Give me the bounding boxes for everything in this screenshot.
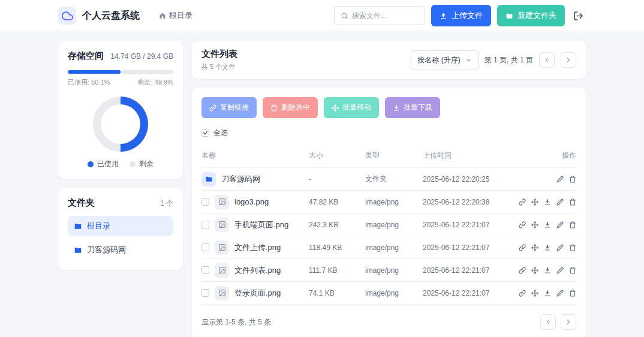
folder-label: 刀客源码网 [87,245,126,255]
new-folder-button[interactable]: 新建文件夹 [497,5,565,26]
edit-icon[interactable] [556,198,564,206]
range-info: 显示第 1-5 条, 共 5 条 [201,317,271,327]
upload-icon [440,12,447,20]
cloud-icon [62,10,73,22]
file-name[interactable]: 手机端页面.png [234,219,288,230]
edit-icon[interactable] [556,244,564,251]
row-checkbox[interactable] [201,289,209,297]
storage-used-label: 已使用: 50.1% [68,78,110,87]
storage-donut [93,97,148,152]
copy-link-icon[interactable] [519,244,526,251]
image-file-icon [215,286,229,300]
image-file-icon [215,240,229,255]
row-checkbox[interactable] [201,243,209,251]
file-list-card: 复制链接 删除选中 批量移动 批量下载 [192,88,586,337]
table-row[interactable]: logo3.png 47.82 KB image/png 2025-06-12 … [201,191,576,213]
sort-select[interactable]: 按名称 (升序) [411,50,478,70]
move-icon[interactable] [531,244,538,251]
app-title: 个人云盘系统 [82,10,140,22]
legend-used-dot [88,161,94,167]
move-icon [332,104,339,112]
logout-button[interactable] [571,8,586,23]
download-icon[interactable] [544,290,551,297]
legend-free-label: 剩余 [139,159,154,169]
main-content: 文件列表 共 5 个文件 按名称 (升序) 第 1 页, 共 1 页 [192,41,586,337]
file-name[interactable]: logo3.png [234,197,269,206]
edit-icon[interactable] [556,221,564,228]
folders-card: 文件夹 1 个 根目录 刀客源码网 [58,188,183,270]
move-icon[interactable] [531,221,538,228]
move-icon[interactable] [531,290,538,297]
move-icon[interactable] [531,267,538,274]
footer-next-page-button[interactable] [561,314,576,330]
storage-legend: 已使用 剩余 [68,159,173,169]
link-icon [209,104,216,112]
next-page-button[interactable] [561,52,576,68]
col-header-time: 上传时间 [423,151,525,161]
download-icon[interactable] [544,244,551,251]
delete-selected-button[interactable]: 删除选中 [263,97,318,118]
sidebar-folder-root[interactable]: 根目录 [68,216,173,236]
delete-icon[interactable] [569,198,576,206]
table-row[interactable]: 手机端页面.png 242.3 KB image/png 2025-06-12 … [201,213,576,236]
chevron-down-icon [465,57,472,64]
folder-icon [201,172,216,186]
delete-icon[interactable] [569,221,576,228]
upload-file-button[interactable]: 上传文件 [431,5,491,26]
edit-icon[interactable] [556,290,564,297]
logout-icon [573,11,583,21]
move-icon[interactable] [531,198,538,206]
search-box [334,6,425,25]
delete-icon[interactable] [569,244,576,251]
footer-prev-page-button[interactable] [540,314,556,330]
sidebar: 存储空间 14.74 GB / 29.4 GB 已使用: 50.1% 剩余: 4… [58,41,183,270]
storage-free-label: 剩余: 49.9% [138,78,173,87]
edit-icon[interactable] [556,176,564,183]
row-checkbox[interactable] [201,266,209,274]
file-list-header-card: 文件列表 共 5 个文件 按名称 (升序) 第 1 页, 共 1 页 [192,41,586,79]
delete-icon[interactable] [569,290,576,297]
delete-icon[interactable] [569,267,576,274]
copy-link-icon[interactable] [519,290,526,297]
file-name[interactable]: 文件上传.png [234,242,281,253]
batch-toolbar: 复制链接 删除选中 批量移动 批量下载 [201,97,576,118]
copy-link-icon[interactable] [519,267,526,274]
select-all-checkbox[interactable] [201,129,209,137]
download-icon [393,104,400,112]
copy-link-icon[interactable] [519,198,526,206]
download-icon[interactable] [544,267,551,274]
delete-icon[interactable] [569,176,576,183]
storage-card: 存储空间 14.74 GB / 29.4 GB 已使用: 50.1% 剩余: 4… [58,41,183,179]
folder-label: 根目录 [87,221,110,231]
batch-download-button[interactable]: 批量下载 [385,97,440,118]
batch-move-button[interactable]: 批量移动 [324,97,379,118]
folder-icon [74,246,82,254]
edit-icon[interactable] [556,267,564,274]
file-name[interactable]: 刀客源码网 [221,174,260,185]
download-icon[interactable] [544,221,551,228]
search-input[interactable] [352,11,419,20]
folder-icon [74,222,82,230]
file-count-subtitle: 共 5 个文件 [201,62,237,71]
copy-link-icon[interactable] [519,221,526,228]
table-row[interactable]: 登录页面.png 74.1 KB image/png 2025-06-12 22… [201,282,576,305]
folder-icon [505,12,513,20]
trash-icon [270,104,278,112]
prev-page-button[interactable] [539,52,555,68]
breadcrumb[interactable]: 根目录 [159,10,192,21]
table-row[interactable]: 文件列表.png 111.7 KB image/png 2025-06-12 2… [201,259,576,282]
file-name[interactable]: 登录页面.png [234,288,281,299]
sidebar-folder-item[interactable]: 刀客源码网 [68,240,173,260]
table-row[interactable]: 刀客源码网 - 文件夹 2025-06-12 22:20:25 [201,168,576,191]
copy-link-button[interactable]: 复制链接 [201,97,257,118]
table-header-row: 名称 大小 类型 上传时间 操作 [201,145,576,168]
storage-usage: 14.74 GB / 29.4 GB [110,52,173,61]
download-icon[interactable] [544,198,551,206]
file-name[interactable]: 文件列表.png [234,265,281,276]
storage-progress-fill [68,70,121,74]
table-row[interactable]: 文件上传.png 118.49 KB image/png 2025-06-12 … [201,236,576,259]
row-checkbox[interactable] [201,221,209,228]
row-checkbox[interactable] [201,198,209,206]
breadcrumb-label: 根目录 [169,10,192,21]
legend-used-label: 已使用 [97,159,119,169]
